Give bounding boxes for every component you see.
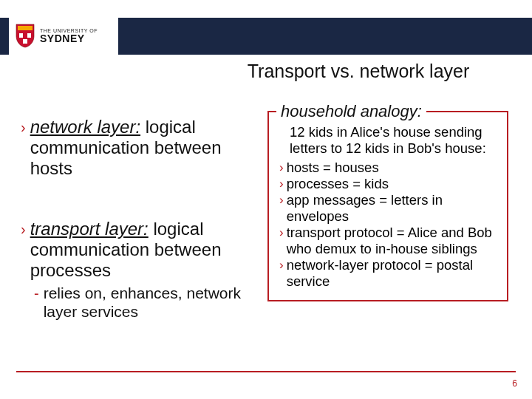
university-logo: THE UNIVERSITY OF SYDNEY	[9, 10, 118, 61]
sub-bullet-text: relies on, enhances, network layer servi…	[44, 284, 242, 321]
logo-text: THE UNIVERSITY OF SYDNEY	[40, 28, 98, 44]
chevron-icon: ›	[279, 160, 284, 176]
svg-rect-1	[19, 33, 23, 38]
chevron-icon: ›	[279, 176, 284, 192]
left-column: › network layer: logical communication b…	[21, 117, 242, 321]
sub-bullet: - relies on, enhances, network layer ser…	[34, 284, 242, 321]
analogy-text: processes = kids	[287, 176, 389, 192]
analogy-text: hosts = houses	[287, 160, 379, 176]
analogy-item: › app messages = letters in envelopes	[279, 192, 497, 225]
svg-rect-0	[18, 26, 33, 30]
analogy-item: › network-layer protocol = postal servic…	[279, 257, 497, 290]
bullet-text: transport layer: logical communication b…	[30, 219, 242, 281]
svg-rect-3	[23, 39, 27, 44]
page-number: 6	[512, 378, 517, 389]
analogy-item: › processes = kids	[279, 176, 497, 192]
analogy-legend: household analogy:	[276, 102, 426, 121]
bullet-text: network layer: logical communication bet…	[30, 117, 242, 179]
analogy-text: network-layer protocol = postal service	[287, 257, 497, 290]
chevron-icon: ›	[279, 257, 284, 273]
bullet-transport-layer: › transport layer: logical communication…	[21, 219, 242, 281]
slide-title: Transport vs. network layer	[200, 61, 517, 82]
chevron-icon: ›	[279, 192, 284, 208]
chevron-icon: ›	[21, 219, 26, 239]
chevron-icon: ›	[279, 225, 284, 241]
chevron-icon: ›	[21, 117, 26, 137]
footer-divider	[16, 371, 516, 372]
bullet-network-layer: › network layer: logical communication b…	[21, 117, 242, 179]
analogy-intro: 12 kids in Alice's house sending letters…	[290, 124, 497, 157]
dash-icon: -	[34, 284, 39, 303]
analogy-item: › hosts = houses	[279, 160, 497, 176]
logo-big-text: SYDNEY	[40, 33, 98, 44]
analogy-text: transport protocol = Alice and Bob who d…	[287, 225, 497, 257]
svg-rect-2	[27, 33, 31, 38]
analogy-box: household analogy: 12 kids in Alice's ho…	[267, 111, 508, 301]
analogy-text: app messages = letters in envelopes	[287, 192, 497, 225]
analogy-item: › transport protocol = Alice and Bob who…	[279, 225, 497, 257]
crest-icon	[15, 23, 35, 48]
